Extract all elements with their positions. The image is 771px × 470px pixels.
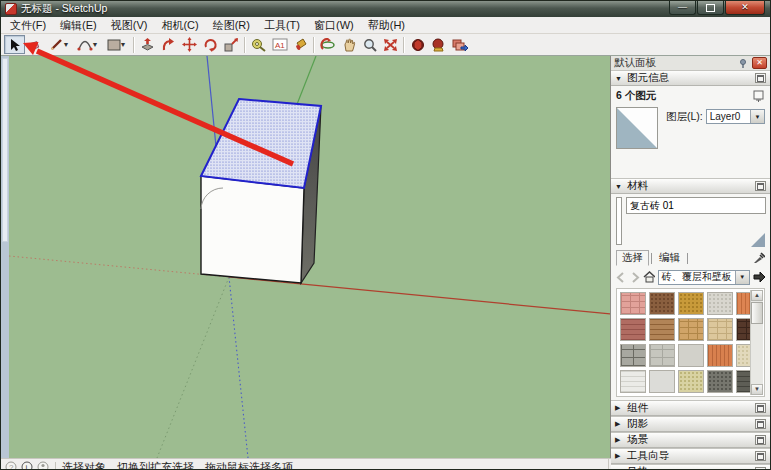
entity-info-minimize-button[interactable] <box>755 73 766 83</box>
rectangle-tool-button[interactable]: ▼ <box>102 35 131 54</box>
material-swatch-3[interactable] <box>707 292 733 315</box>
forward-arrow-icon[interactable] <box>629 272 639 283</box>
section-minimize-button[interactable] <box>755 403 766 413</box>
rotate-tool-button[interactable] <box>200 35 221 54</box>
scroll-thumb[interactable] <box>751 302 763 324</box>
category-dropdown-arrow[interactable]: ▼ <box>735 271 749 284</box>
toggle-details-icon[interactable] <box>752 90 765 102</box>
material-swatch-18[interactable] <box>707 370 733 393</box>
arc-dropdown-arrow[interactable]: ▼ <box>92 41 99 48</box>
sample-paint-eyedropper-icon[interactable] <box>753 252 765 264</box>
pan-hand-icon <box>342 38 356 52</box>
help-circle-icon[interactable]: ? <box>5 461 17 470</box>
material-swatch-15[interactable] <box>620 370 646 393</box>
collapsed-section-3[interactable]: ▶工具向导 <box>611 448 770 464</box>
material-swatch-16[interactable] <box>649 370 675 393</box>
home-icon[interactable] <box>643 271 655 283</box>
section-minimize-button[interactable] <box>755 451 766 461</box>
materials-header: 材料 <box>627 179 751 193</box>
material-swatch-10[interactable] <box>620 344 646 367</box>
materials-minimize-button[interactable] <box>755 181 766 191</box>
material-swatch-5[interactable] <box>620 318 646 341</box>
eraser-tool-button[interactable] <box>25 35 46 54</box>
menu-item-4[interactable]: 绘图(R) <box>206 17 257 34</box>
material-swatch-13[interactable] <box>707 344 733 367</box>
section-minimize-button[interactable] <box>755 435 766 445</box>
orbit-tool-button[interactable] <box>317 35 338 54</box>
account-person-icon[interactable] <box>37 461 49 470</box>
close-button[interactable]: ✕ <box>725 1 765 15</box>
menu-item-6[interactable]: 窗口(W) <box>307 17 361 34</box>
back-arrow-icon[interactable] <box>616 272 626 283</box>
move-tool-button[interactable] <box>179 35 200 54</box>
model-viewport[interactable] <box>9 56 610 458</box>
panel-close-button[interactable]: ✕ <box>752 57 767 69</box>
collapsed-section-0[interactable]: ▶组件 <box>611 400 770 416</box>
menu-item-7[interactable]: 帮助(H) <box>361 17 412 34</box>
swatch-scrollbar[interactable]: ▲ ▼ <box>750 290 763 395</box>
material-swatch-2[interactable] <box>678 292 704 315</box>
cube-top-face-selected[interactable] <box>201 99 321 188</box>
entity-info-section-bar[interactable]: ▼ 图元信息 <box>611 70 770 86</box>
collapsed-section-2[interactable]: ▶场景 <box>611 432 770 448</box>
cube-front-face[interactable] <box>201 176 304 283</box>
material-name-input[interactable] <box>626 197 766 214</box>
follow-me-tool-button[interactable] <box>158 35 179 54</box>
menu-item-2[interactable]: 视图(V) <box>104 17 155 34</box>
pin-icon[interactable] <box>738 58 749 69</box>
menu-item-1[interactable]: 编辑(E) <box>53 17 104 34</box>
menu-item-5[interactable]: 工具(T) <box>257 17 307 34</box>
materials-section-bar[interactable]: ▼ 材料 <box>611 178 770 194</box>
minimize-button[interactable]: — <box>669 1 696 15</box>
section-minimize-button[interactable] <box>755 419 766 429</box>
left-tray-handle[interactable] <box>2 58 8 242</box>
scale-tool-button[interactable] <box>221 35 242 54</box>
material-swatch-11[interactable] <box>649 344 675 367</box>
push-pull-tool-button[interactable] <box>137 35 158 54</box>
zoom-extents-tool-button[interactable] <box>380 35 401 54</box>
scroll-up-button[interactable]: ▲ <box>751 290 763 301</box>
panel-header[interactable]: 默认面板 ✕ <box>611 56 770 70</box>
blue-axis-dotted <box>229 277 248 458</box>
material-swatch-17[interactable] <box>678 370 704 393</box>
line-dropdown-arrow[interactable]: ▼ <box>63 41 70 48</box>
collapsed-section-1[interactable]: ▶阴影 <box>611 416 770 432</box>
zoom-tool-button[interactable] <box>359 35 380 54</box>
maximize-button[interactable] <box>697 1 724 15</box>
preview-resize-triangle[interactable] <box>751 233 765 247</box>
share-tool-button[interactable] <box>449 35 470 54</box>
scroll-down-button[interactable]: ▼ <box>751 384 763 395</box>
rotate-icon <box>203 38 218 52</box>
material-swatch-8[interactable] <box>707 318 733 341</box>
material-swatch-6[interactable] <box>649 318 675 341</box>
arc-tool-button[interactable]: ▼ <box>73 35 102 54</box>
rectangle-dropdown-arrow[interactable]: ▼ <box>120 41 127 48</box>
material-category-combobox[interactable]: 砖、覆层和壁板 ▼ <box>658 270 750 285</box>
status-hint: 选择对象。切换到扩充选择。拖动鼠标选择多项。 <box>62 460 604 470</box>
secondary-pane-arrow-icon[interactable] <box>753 271 765 283</box>
layer-combobox[interactable]: Layer0 ▼ <box>706 109 765 124</box>
tape-measure-tool-button[interactable] <box>248 35 269 54</box>
text-tool-button[interactable]: A1 <box>269 35 290 54</box>
collapsed-section-label: 组件 <box>627 401 751 415</box>
paint-bucket-tool-button[interactable] <box>290 35 311 54</box>
layer-dropdown-arrow[interactable]: ▼ <box>750 110 764 123</box>
info-circle-icon[interactable]: i <box>21 461 33 470</box>
cube-model[interactable] <box>201 99 321 283</box>
tab-select[interactable]: 选择 <box>616 250 649 266</box>
menu-item-0[interactable]: 文件(F) <box>3 17 53 34</box>
material-swatch-1[interactable] <box>649 292 675 315</box>
material-swatch-12[interactable] <box>678 344 704 367</box>
component-tool-button[interactable] <box>407 35 428 54</box>
material-swatch-0[interactable] <box>620 292 646 315</box>
select-tool-button[interactable] <box>4 35 25 54</box>
warehouse-tool-button[interactable] <box>428 35 449 54</box>
menu-item-3[interactable]: 相机(C) <box>154 17 205 34</box>
select-arrow-icon <box>8 38 21 52</box>
pan-tool-button[interactable] <box>338 35 359 54</box>
left-tray-strip[interactable] <box>1 56 9 458</box>
active-material-preview[interactable] <box>616 197 622 245</box>
tab-edit[interactable]: 编辑 <box>654 251 685 265</box>
line-tool-button[interactable]: ▼ <box>46 35 73 54</box>
material-swatch-7[interactable] <box>678 318 704 341</box>
